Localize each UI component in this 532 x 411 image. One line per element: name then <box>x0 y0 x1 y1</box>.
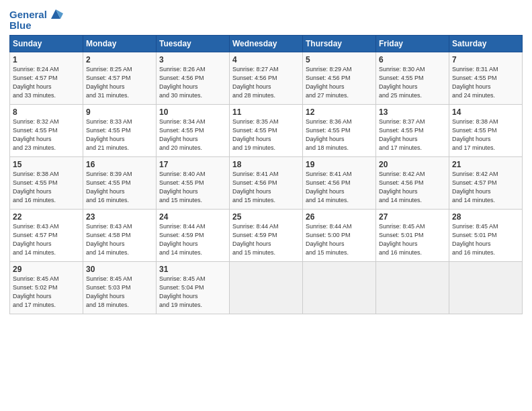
calendar-cell: 11 Sunrise: 8:35 AM Sunset: 4:55 PM Dayl… <box>230 105 303 157</box>
calendar-cell: 1 Sunrise: 8:24 AM Sunset: 4:57 PM Dayli… <box>10 52 83 105</box>
day-header: Wednesday <box>230 36 303 52</box>
calendar-header-row: SundayMondayTuesdayWednesdayThursdayFrid… <box>10 36 523 52</box>
calendar-cell: 7 Sunrise: 8:31 AM Sunset: 4:55 PM Dayli… <box>449 52 523 105</box>
calendar-cell: 24 Sunrise: 8:44 AM Sunset: 4:59 PM Dayl… <box>157 210 230 262</box>
day-info: Sunrise: 8:45 AM Sunset: 5:03 PM Dayligh… <box>86 275 153 310</box>
day-header: Monday <box>83 36 157 52</box>
day-info: Sunrise: 8:27 AM Sunset: 4:56 PM Dayligh… <box>232 65 300 100</box>
calendar-cell: 27 Sunrise: 8:45 AM Sunset: 5:01 PM Dayl… <box>376 210 449 262</box>
calendar-cell: 16 Sunrise: 8:39 AM Sunset: 4:55 PM Dayl… <box>83 157 157 210</box>
calendar-cell: 17 Sunrise: 8:40 AM Sunset: 4:55 PM Dayl… <box>157 157 230 210</box>
day-info: Sunrise: 8:43 AM Sunset: 4:58 PM Dayligh… <box>86 222 153 257</box>
day-info: Sunrise: 8:36 AM Sunset: 4:55 PM Dayligh… <box>306 118 373 152</box>
day-number: 27 <box>379 212 446 222</box>
logo-text: General <box>9 9 47 20</box>
day-header: Sunday <box>10 36 83 52</box>
day-info: Sunrise: 8:45 AM Sunset: 5:04 PM Dayligh… <box>159 275 226 310</box>
day-number: 31 <box>159 265 226 274</box>
calendar-cell <box>303 262 376 314</box>
day-number: 1 <box>13 55 80 64</box>
calendar-cell <box>230 262 303 314</box>
day-info: Sunrise: 8:45 AM Sunset: 5:02 PM Dayligh… <box>13 275 80 310</box>
day-info: Sunrise: 8:45 AM Sunset: 5:01 PM Dayligh… <box>452 222 519 257</box>
calendar-cell: 13 Sunrise: 8:37 AM Sunset: 4:55 PM Dayl… <box>376 105 449 157</box>
day-info: Sunrise: 8:29 AM Sunset: 4:56 PM Dayligh… <box>306 65 373 100</box>
calendar-cell: 2 Sunrise: 8:25 AM Sunset: 4:57 PM Dayli… <box>83 52 157 105</box>
day-number: 7 <box>452 55 519 64</box>
day-info: Sunrise: 8:39 AM Sunset: 4:55 PM Dayligh… <box>86 170 153 205</box>
day-number: 19 <box>306 160 373 169</box>
day-info: Sunrise: 8:41 AM Sunset: 4:56 PM Dayligh… <box>306 170 373 205</box>
day-number: 18 <box>232 160 300 169</box>
day-info: Sunrise: 8:38 AM Sunset: 4:55 PM Dayligh… <box>13 170 80 205</box>
calendar-cell: 22 Sunrise: 8:43 AM Sunset: 4:57 PM Dayl… <box>10 210 83 262</box>
calendar-cell: 14 Sunrise: 8:38 AM Sunset: 4:55 PM Dayl… <box>449 105 523 157</box>
calendar-cell: 25 Sunrise: 8:44 AM Sunset: 4:59 PM Dayl… <box>230 210 303 262</box>
day-number: 15 <box>13 160 80 169</box>
calendar-cell: 29 Sunrise: 8:45 AM Sunset: 5:02 PM Dayl… <box>10 262 83 314</box>
day-number: 17 <box>159 160 226 169</box>
calendar-cell: 8 Sunrise: 8:32 AM Sunset: 4:55 PM Dayli… <box>10 105 83 157</box>
calendar-cell: 3 Sunrise: 8:26 AM Sunset: 4:56 PM Dayli… <box>157 52 230 105</box>
day-number: 25 <box>232 212 300 222</box>
calendar-week-row: 15 Sunrise: 8:38 AM Sunset: 4:55 PM Dayl… <box>10 157 523 210</box>
day-header: Tuesday <box>157 36 230 52</box>
day-info: Sunrise: 8:44 AM Sunset: 5:00 PM Dayligh… <box>306 222 373 257</box>
day-header: Friday <box>376 36 449 52</box>
calendar-week-row: 1 Sunrise: 8:24 AM Sunset: 4:57 PM Dayli… <box>10 52 523 105</box>
logo-icon <box>48 7 63 21</box>
calendar-cell: 15 Sunrise: 8:38 AM Sunset: 4:55 PM Dayl… <box>10 157 83 210</box>
calendar-body: 1 Sunrise: 8:24 AM Sunset: 4:57 PM Dayli… <box>10 52 523 314</box>
day-info: Sunrise: 8:43 AM Sunset: 4:57 PM Dayligh… <box>13 222 80 257</box>
day-number: 13 <box>379 107 446 117</box>
header: General Blue <box>9 7 523 31</box>
day-number: 5 <box>306 55 373 64</box>
calendar-week-row: 29 Sunrise: 8:45 AM Sunset: 5:02 PM Dayl… <box>10 262 523 314</box>
calendar-cell: 23 Sunrise: 8:43 AM Sunset: 4:58 PM Dayl… <box>83 210 157 262</box>
day-number: 22 <box>13 212 80 222</box>
logo: General Blue <box>9 7 63 31</box>
calendar-cell: 26 Sunrise: 8:44 AM Sunset: 5:00 PM Dayl… <box>303 210 376 262</box>
calendar-cell: 30 Sunrise: 8:45 AM Sunset: 5:03 PM Dayl… <box>83 262 157 314</box>
calendar-week-row: 22 Sunrise: 8:43 AM Sunset: 4:57 PM Dayl… <box>10 210 523 262</box>
day-number: 8 <box>13 107 80 117</box>
calendar-cell: 28 Sunrise: 8:45 AM Sunset: 5:01 PM Dayl… <box>449 210 523 262</box>
day-info: Sunrise: 8:44 AM Sunset: 4:59 PM Dayligh… <box>159 222 226 257</box>
day-number: 12 <box>306 107 373 117</box>
day-number: 3 <box>159 55 226 64</box>
day-number: 20 <box>379 160 446 169</box>
calendar-table: SundayMondayTuesdayWednesdayThursdayFrid… <box>9 35 523 314</box>
calendar-cell: 5 Sunrise: 8:29 AM Sunset: 4:56 PM Dayli… <box>303 52 376 105</box>
calendar-week-row: 8 Sunrise: 8:32 AM Sunset: 4:55 PM Dayli… <box>10 105 523 157</box>
day-number: 6 <box>379 55 446 64</box>
calendar-cell: 12 Sunrise: 8:36 AM Sunset: 4:55 PM Dayl… <box>303 105 376 157</box>
day-number: 24 <box>159 212 226 222</box>
day-info: Sunrise: 8:32 AM Sunset: 4:55 PM Dayligh… <box>13 118 80 152</box>
day-info: Sunrise: 8:31 AM Sunset: 4:55 PM Dayligh… <box>452 65 519 100</box>
day-header: Saturday <box>449 36 523 52</box>
day-number: 9 <box>86 107 153 117</box>
day-number: 10 <box>159 107 226 117</box>
day-info: Sunrise: 8:44 AM Sunset: 4:59 PM Dayligh… <box>232 222 300 257</box>
calendar-cell: 20 Sunrise: 8:42 AM Sunset: 4:56 PM Dayl… <box>376 157 449 210</box>
day-number: 28 <box>452 212 519 222</box>
calendar-cell: 10 Sunrise: 8:34 AM Sunset: 4:55 PM Dayl… <box>157 105 230 157</box>
calendar-cell <box>449 262 523 314</box>
day-info: Sunrise: 8:42 AM Sunset: 4:57 PM Dayligh… <box>452 170 519 205</box>
calendar-cell: 4 Sunrise: 8:27 AM Sunset: 4:56 PM Dayli… <box>230 52 303 105</box>
calendar-cell: 21 Sunrise: 8:42 AM Sunset: 4:57 PM Dayl… <box>449 157 523 210</box>
day-info: Sunrise: 8:45 AM Sunset: 5:01 PM Dayligh… <box>379 222 446 257</box>
day-info: Sunrise: 8:42 AM Sunset: 4:56 PM Dayligh… <box>379 170 446 205</box>
day-number: 4 <box>232 55 300 64</box>
day-header: Thursday <box>303 36 376 52</box>
calendar-cell: 19 Sunrise: 8:41 AM Sunset: 4:56 PM Dayl… <box>303 157 376 210</box>
day-info: Sunrise: 8:41 AM Sunset: 4:56 PM Dayligh… <box>232 170 300 205</box>
day-number: 11 <box>232 107 300 117</box>
calendar-cell: 31 Sunrise: 8:45 AM Sunset: 5:04 PM Dayl… <box>157 262 230 314</box>
day-number: 23 <box>86 212 153 222</box>
day-number: 29 <box>13 265 80 274</box>
day-number: 14 <box>452 107 519 117</box>
day-number: 26 <box>306 212 373 222</box>
calendar-cell: 18 Sunrise: 8:41 AM Sunset: 4:56 PM Dayl… <box>230 157 303 210</box>
day-info: Sunrise: 8:30 AM Sunset: 4:55 PM Dayligh… <box>379 65 446 100</box>
